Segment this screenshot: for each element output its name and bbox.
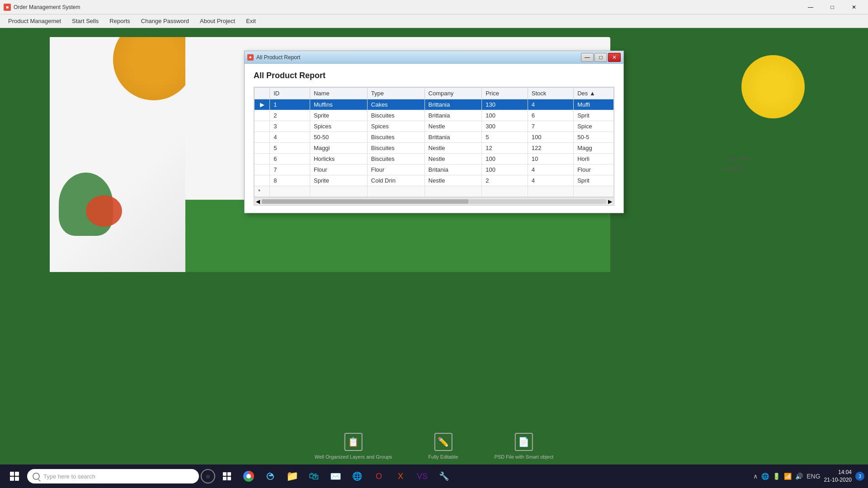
menu-change-password[interactable]: Change Password <box>137 16 193 26</box>
table-row[interactable]: 3 Spices Spices Nestle 300 7 Spice <box>255 121 614 132</box>
dialog-icon: ■ <box>247 54 254 61</box>
table-horizontal-scroll[interactable]: ◀ ▶ <box>254 197 614 205</box>
cell-des: Muffi <box>574 99 614 110</box>
cell-price: 300 <box>482 121 528 132</box>
taskbar-app-xampp[interactable]: X <box>391 466 410 486</box>
office-icon: O <box>376 472 382 481</box>
editable-label: Fully Editable <box>428 454 458 460</box>
close-button[interactable]: ✕ <box>844 0 864 14</box>
menu-bar: Product Managemet Start Sells Reports Ch… <box>0 14 868 28</box>
taskbar-app-explorer[interactable]: 📁 <box>282 466 302 486</box>
maximize-button[interactable]: □ <box>822 0 843 14</box>
minimize-button[interactable]: — <box>800 0 821 14</box>
mail-icon: ✉️ <box>330 471 341 482</box>
row-indicator <box>255 164 270 175</box>
title-bar-left: ■ Order Management System <box>4 4 80 11</box>
dialog-maximize-button[interactable]: □ <box>594 53 607 62</box>
cell-stock: 6 <box>528 110 573 121</box>
scroll-left-arrow[interactable]: ◀ <box>256 198 260 205</box>
clock: 14:04 21-10-2020 <box>824 469 852 484</box>
cell-name: Sprite <box>310 110 367 121</box>
table-row[interactable]: ▶ 1 Muffins Cakes Brittania 130 4 Muffi <box>255 99 614 110</box>
table-scroll-area[interactable]: ID Name Type Company Price Stock Des ▲ <box>254 87 614 197</box>
taskbar-app-store[interactable]: 🛍 <box>304 466 324 486</box>
taskbar-app-task-view[interactable] <box>217 466 237 486</box>
table-row[interactable]: 6 Horlicks Biscuites Nestle 100 10 Horli <box>255 154 614 164</box>
clock-time: 14:04 <box>824 469 852 476</box>
menu-about-project[interactable]: About Project <box>195 16 240 26</box>
feature-editable: ✏️ Fully Editable <box>428 433 458 460</box>
cell-id: 4 <box>270 132 310 143</box>
chrome-center <box>246 474 251 479</box>
scroll-right-arrow[interactable]: ▶ <box>608 198 612 205</box>
vs-icon: VS <box>417 472 428 481</box>
cell-type: Cold Drin <box>367 175 425 186</box>
notification-badge[interactable]: 3 <box>855 472 864 481</box>
table-body: ▶ 1 Muffins Cakes Brittania 130 4 Muffi <box>255 99 614 197</box>
organized-icon: 📋 <box>344 433 363 451</box>
table-row[interactable]: 5 Maggi Biscuites Nestle 12 122 Magg <box>255 143 614 154</box>
language-label: ENG <box>807 473 820 480</box>
menu-start-sells[interactable]: Start Sells <box>67 16 103 26</box>
new-row-price <box>482 186 528 197</box>
cell-stock: 7 <box>528 121 573 132</box>
svg-rect-3 <box>227 477 231 480</box>
cortana-button[interactable]: ○ <box>201 469 215 483</box>
cell-type: Spices <box>367 121 425 132</box>
wifi-icon[interactable]: 📶 <box>784 473 792 480</box>
hscroll-track[interactable] <box>262 199 606 204</box>
taskbar-app-chrome[interactable] <box>239 466 259 486</box>
taskbar-app-mail[interactable]: ✉️ <box>326 466 345 486</box>
menu-reports[interactable]: Reports <box>105 16 135 26</box>
table-row[interactable]: 2 Sprite Biscuites Brittania 100 6 Sprit <box>255 110 614 121</box>
tray-chevron[interactable]: ∧ <box>753 473 758 480</box>
cell-stock: 4 <box>528 164 573 175</box>
title-bar: ■ Order Management System — □ ✕ <box>0 0 868 14</box>
cell-company: Brittania <box>425 110 482 121</box>
search-bar[interactable]: Type here to search <box>27 469 199 483</box>
table-row[interactable]: 7 Flour Flour Britania 100 4 Flour <box>255 164 614 175</box>
menu-product-management[interactable]: Product Managemet <box>4 16 66 26</box>
network-icon[interactable]: 🌐 <box>761 473 769 480</box>
cell-name: 50-50 <box>310 132 367 143</box>
table-row[interactable]: 8 Sprite Cold Drin Nestle 2 4 Sprit <box>255 175 614 186</box>
col-name: Name <box>310 88 367 99</box>
cell-type: Biscuites <box>367 110 425 121</box>
table-row[interactable]: 4 50-50 Biscuites Brittania 5 100 50-5 <box>255 132 614 143</box>
taskbar-app-vs[interactable]: VS <box>412 466 432 486</box>
row-indicator <box>255 175 270 186</box>
table-new-row[interactable]: * <box>255 186 614 197</box>
taskbar-app-browser2[interactable]: 🌐 <box>347 466 367 486</box>
row-indicator: ▶ <box>255 99 270 110</box>
taskbar-app-office[interactable]: O <box>369 466 389 486</box>
menu-exit[interactable]: Exit <box>241 16 260 26</box>
taskbar-app-edge[interactable] <box>260 466 280 486</box>
cell-stock: 4 <box>528 175 573 186</box>
col-des: Des ▲ <box>574 88 614 99</box>
col-stock: Stock <box>528 88 573 99</box>
cell-price: 12 <box>482 143 528 154</box>
cell-company: Nestle <box>425 154 482 164</box>
dialog-close-button[interactable]: ✕ <box>608 53 621 62</box>
main-content: ...fact that readable IMAGES NOT INCLUDE… <box>0 28 868 465</box>
dialog-title-left: ■ All Product Report <box>247 54 300 61</box>
svg-rect-0 <box>223 472 226 476</box>
cell-company: Brittania <box>425 99 482 110</box>
row-indicator <box>255 132 270 143</box>
cell-des: Flour <box>574 164 614 175</box>
start-button[interactable] <box>4 465 25 487</box>
taskbar-app-util[interactable]: 🔧 <box>434 466 454 486</box>
cell-id: 2 <box>270 110 310 121</box>
row-indicator <box>255 154 270 164</box>
cell-name: Sprite <box>310 175 367 186</box>
volume-icon[interactable]: 🔊 <box>795 473 803 480</box>
row-indicator <box>255 143 270 154</box>
edge-icon <box>265 471 275 481</box>
right-decoration: ...fact that readable <box>723 55 814 174</box>
new-row-stock <box>528 186 573 197</box>
battery-icon[interactable]: 🔋 <box>773 473 780 480</box>
cell-company: Brittania <box>425 132 482 143</box>
cell-des: 50-5 <box>574 132 614 143</box>
dialog-minimize-button[interactable]: — <box>581 53 594 62</box>
cell-id: 6 <box>270 154 310 164</box>
